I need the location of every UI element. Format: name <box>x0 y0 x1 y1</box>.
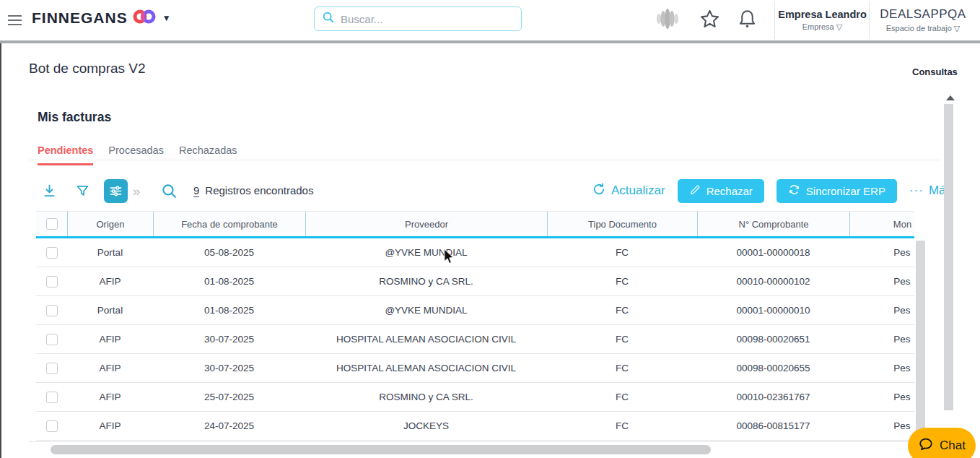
cell-proveedor: ROSMINO y CA SRL. <box>305 383 547 411</box>
table-row[interactable]: AFIP 24-07-2025 JOCKEYS FC 00086-0081517… <box>36 412 914 441</box>
row-checkbox[interactable] <box>46 276 58 288</box>
cell-proveedor: HOSPITAL ALEMAN ASOCIACION CIVIL <box>305 325 547 353</box>
tab-procesadas[interactable]: Procesadas <box>108 144 164 165</box>
cell-origen: AFIP <box>67 267 153 295</box>
chat-bubble-icon <box>918 436 934 455</box>
cell-moneda: Pes <box>849 296 914 324</box>
cell-tipo: FC <box>547 412 697 440</box>
table-row[interactable]: AFIP 30-07-2025 HOSPITAL ALEMAN ASOCIACI… <box>36 325 914 354</box>
scroll-up-arrow[interactable] <box>946 95 955 100</box>
table-row[interactable]: Portal 01-08-2025 @YVKE MUNDIAL FC 00001… <box>36 296 914 325</box>
cell-proveedor: JOCKEYS <box>305 412 547 440</box>
records-label: Registros encontrados <box>205 184 313 196</box>
sync-icon <box>788 183 800 198</box>
column-header-tipo[interactable]: Tipo Documento <box>547 212 697 236</box>
cell-comprobante: 00010-02361767 <box>697 383 849 411</box>
cell-origen: AFIP <box>67 412 153 440</box>
hamburger-menu-icon[interactable] <box>8 12 22 28</box>
tab-rechazadas[interactable]: Rechazadas <box>179 144 237 165</box>
cell-fecha: 05-08-2025 <box>153 238 305 267</box>
table-row[interactable]: Portal 05-08-2025 @YVKE MUNDIAL FC 00001… <box>36 238 914 267</box>
cell-proveedor: @YVKE MUNDIAL <box>305 238 547 267</box>
cell-comprobante: 00098-00020655 <box>697 354 849 382</box>
company-selector[interactable]: Empresa Leandro Empresa ▽ <box>776 0 868 40</box>
sincronizar-erp-button[interactable]: Sincronizar ERP <box>776 179 897 203</box>
cell-proveedor: ROSMINO y CA SRL. <box>305 267 547 295</box>
brand-name: FINNEGANS <box>32 9 128 27</box>
cell-fecha: 30-07-2025 <box>153 325 305 353</box>
cell-tipo: FC <box>547 383 697 411</box>
select-all-checkbox[interactable] <box>46 218 58 230</box>
cell-tipo: FC <box>547 354 697 382</box>
grid-toolbar: » 9Registros encontrados Actualizar Rech… <box>0 178 980 204</box>
cell-fecha: 30-07-2025 <box>153 354 305 382</box>
row-checkbox[interactable] <box>46 247 58 259</box>
cell-origen: AFIP <box>67 325 153 353</box>
mouse-cursor <box>442 249 455 268</box>
facturas-table: Origen Fecha de comprobante Proveedor Ti… <box>36 211 914 441</box>
columns-settings-button[interactable] <box>104 179 128 203</box>
cell-origen: AFIP <box>67 354 153 382</box>
notifications-bell-icon[interactable] <box>738 9 757 33</box>
favorites-star-icon[interactable] <box>699 9 720 33</box>
cell-fecha: 01-08-2025 <box>153 267 305 295</box>
tab-pendientes[interactable]: Pendientes <box>38 144 93 165</box>
column-header-fecha[interactable]: Fecha de comprobante <box>153 212 305 236</box>
waveform-icon[interactable] <box>653 7 682 34</box>
actualizar-button[interactable]: Actualizar <box>592 182 665 200</box>
global-search[interactable] <box>314 7 522 31</box>
column-header-origen[interactable]: Origen <box>67 212 153 236</box>
sliders-icon <box>109 184 123 198</box>
cell-tipo: FC <box>547 325 697 353</box>
column-header-proveedor[interactable]: Proveedor <box>305 212 547 236</box>
table-row[interactable]: AFIP 01-08-2025 ROSMINO y CA SRL. FC 000… <box>36 267 914 296</box>
search-icon <box>322 11 335 27</box>
row-checkbox[interactable] <box>46 305 58 316</box>
records-found: 9Registros encontrados <box>193 184 313 196</box>
divider <box>29 441 914 442</box>
table-row[interactable]: AFIP 25-07-2025 ROSMINO y CA SRL. FC 000… <box>36 383 914 412</box>
chat-label: Chat <box>940 438 966 453</box>
row-checkbox[interactable] <box>46 363 58 374</box>
expand-chevrons-icon[interactable]: » <box>128 179 144 203</box>
refresh-icon <box>592 182 606 200</box>
cell-comprobante: 00086-00815177 <box>697 412 849 440</box>
cell-moneda: Pes <box>849 383 914 411</box>
cell-tipo: FC <box>547 296 697 324</box>
row-checkbox[interactable] <box>46 420 58 432</box>
topbar-icons <box>653 0 757 40</box>
ellipsis-icon: ··· <box>909 183 924 198</box>
filter-button[interactable] <box>71 179 95 203</box>
divider <box>869 1 870 39</box>
consultas-link[interactable]: Consultas <box>912 66 958 77</box>
facturas-tabs: Pendientes Procesadas Rechazadas <box>38 144 237 165</box>
chat-button[interactable]: Chat <box>908 428 976 458</box>
row-checkbox[interactable] <box>46 392 58 403</box>
table-row[interactable]: AFIP 30-07-2025 HOSPITAL ALEMAN ASOCIACI… <box>36 354 914 383</box>
workspace-label: Espacio de trabajo ▽ <box>886 24 961 33</box>
column-header-comprobante[interactable]: N° Comprobante <box>697 212 849 236</box>
table-vertical-scrollbar[interactable] <box>916 241 925 440</box>
workspace-selector[interactable]: DEALSAPPQA Espacio de trabajo ▽ <box>870 0 976 40</box>
cell-comprobante: 00098-00020651 <box>697 325 849 353</box>
cell-tipo: FC <box>547 238 697 267</box>
row-checkbox[interactable] <box>46 334 58 345</box>
horizontal-scrollbar[interactable] <box>51 445 711 454</box>
column-header-moneda[interactable]: Mon <box>849 212 914 236</box>
records-count: 9 <box>193 184 199 197</box>
cell-moneda: Pes <box>849 412 914 440</box>
pencil-icon <box>689 184 701 198</box>
cell-moneda: Pes <box>849 325 914 353</box>
finnegans-logo-icon <box>133 9 156 27</box>
page-vertical-scrollbar[interactable] <box>944 104 953 410</box>
search-input[interactable] <box>341 13 499 25</box>
grid-search-button[interactable] <box>157 179 181 203</box>
divider <box>774 1 775 39</box>
cell-moneda: Pes <box>849 238 914 267</box>
section-title: Mis facturas <box>38 110 111 125</box>
download-button[interactable] <box>38 179 61 203</box>
cell-moneda: Pes <box>849 354 914 382</box>
brand-logo[interactable]: FINNEGANS ▼ <box>32 9 171 27</box>
app-window: FINNEGANS ▼ <box>0 0 980 458</box>
rechazar-button[interactable]: Rechazar <box>678 179 764 203</box>
